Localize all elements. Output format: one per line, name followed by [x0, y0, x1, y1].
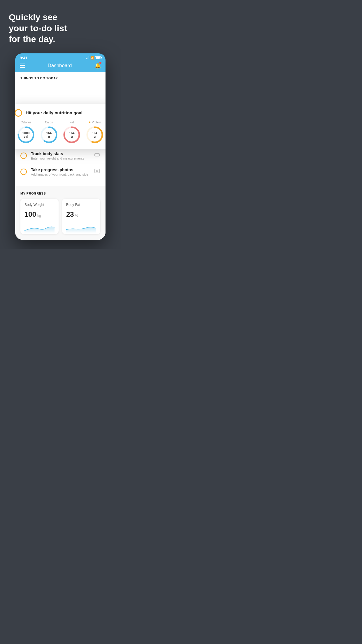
progress-photos-text: Take progress photos Add images of your … [31, 167, 90, 176]
progress-photos-title: Take progress photos [31, 167, 90, 172]
menu-button[interactable] [20, 64, 25, 68]
progress-photos-subtitle: Add images of your front, back, and side [31, 173, 90, 176]
body-weight-chart [24, 223, 55, 233]
body-fat-num: 23 [66, 210, 74, 218]
calories-value: 2000cal [22, 131, 29, 138]
nutrition-check-circle [15, 109, 22, 117]
body-weight-unit: kg [37, 214, 41, 218]
my-progress-title: MY PROGRESS [20, 192, 100, 195]
status-icons: 📶 [86, 56, 101, 60]
body-stats-check-circle [20, 153, 27, 159]
hero-title: Quickly see your to-do list for the day. [9, 12, 112, 45]
signal-icon [86, 56, 89, 59]
protein-ring: 164g [86, 126, 104, 144]
star-icon: ★ [88, 121, 91, 124]
body-stats-title: Track body stats [31, 151, 90, 156]
body-stats-text: Track body stats Enter your weight and m… [31, 151, 90, 160]
app-title: Dashboard [48, 63, 72, 69]
calories-label: Calories [21, 121, 31, 124]
app-bar: Dashboard 🔔 [15, 60, 106, 72]
protein-label-row: ★ Protein [88, 121, 101, 124]
wifi-icon: 📶 [90, 56, 94, 60]
nutrition-row: Calories 2000cal Carbs [15, 121, 106, 144]
body-fat-card: Body Fat 23 % [62, 199, 100, 234]
things-to-do-header: THINGS TO DO TODAY [15, 72, 106, 82]
nutrition-carbs: Carbs 164g [40, 121, 58, 144]
todo-body-stats[interactable]: Track body stats Enter your weight and m… [15, 148, 106, 164]
nutrition-card-header: Hit your daily nutrition goal [15, 109, 106, 117]
hero-section: Quickly see your to-do list for the day. [0, 12, 121, 45]
calories-ring: 2000cal [17, 126, 35, 144]
protein-label: Protein [92, 121, 101, 124]
carbs-value: 164g [46, 131, 52, 138]
body-weight-value: 100 kg [24, 210, 55, 218]
fat-label: Fat [70, 121, 74, 124]
body-weight-num: 100 [24, 210, 36, 218]
carbs-ring: 164g [40, 126, 58, 144]
status-time: 9:41 [20, 56, 27, 60]
body-weight-title: Body Weight [24, 203, 55, 207]
body-fat-chart [66, 223, 96, 233]
notification-bell-icon[interactable]: 🔔 [94, 62, 101, 69]
progress-photos-icon [94, 168, 100, 176]
todo-progress-photos[interactable]: Take progress photos Add images of your … [15, 164, 106, 180]
body-weight-card: Body Weight 100 kg [20, 199, 59, 234]
nutrition-fat: Fat 164g [63, 121, 81, 144]
body-fat-value: 23 % [66, 210, 96, 218]
body-fat-title: Body Fat [66, 203, 96, 207]
phone-frame: 9:41 📶 Dashboard 🔔 THINGS TO DO TODAY [15, 53, 106, 240]
battery-icon [95, 56, 101, 59]
carbs-label: Carbs [45, 121, 53, 124]
phone-content: THINGS TO DO TODAY Hit your daily nutrit… [15, 72, 106, 240]
fat-ring: 164g [63, 126, 81, 144]
progress-cards: Body Weight 100 kg [20, 199, 100, 240]
fat-value: 164g [69, 131, 74, 138]
nutrition-card-title: Hit your daily nutrition goal [26, 110, 82, 115]
notification-dot [99, 62, 101, 64]
nutrition-protein: ★ Protein 164g [86, 121, 104, 144]
progress-photos-check-circle [20, 169, 27, 175]
body-stats-subtitle: Enter your weight and measurements [31, 157, 90, 160]
protein-value: 164g [92, 131, 97, 138]
body-stats-icon [94, 152, 100, 160]
my-progress-section: MY PROGRESS Body Weight 100 kg [15, 186, 106, 240]
status-bar: 9:41 📶 [15, 53, 106, 60]
nutrition-calories: Calories 2000cal [17, 121, 35, 144]
svg-point-10 [96, 170, 98, 172]
nutrition-card: Hit your daily nutrition goal Calories 2… [15, 104, 106, 149]
body-fat-unit: % [75, 214, 78, 218]
svg-rect-9 [95, 169, 100, 173]
